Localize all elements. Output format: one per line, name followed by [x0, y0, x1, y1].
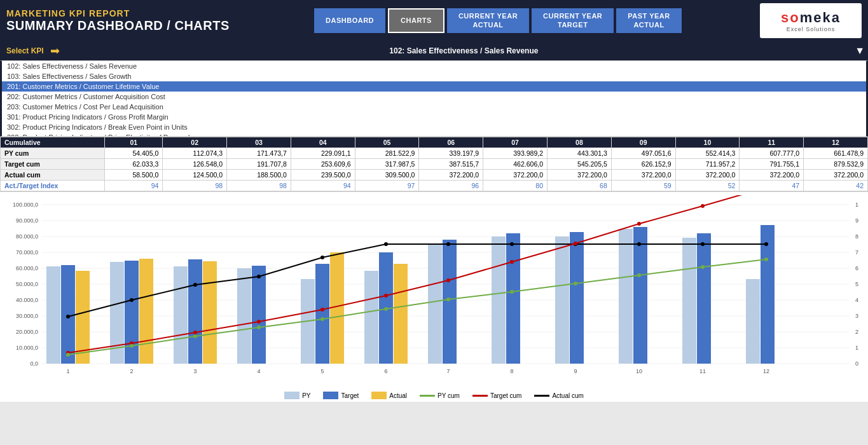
svg-rect-50 — [428, 244, 442, 364]
kpi-dropdown-button[interactable]: ▼ — [855, 45, 865, 57]
col-header-09: 09 — [611, 137, 675, 148]
kpi-list-item[interactable]: 103: Sales Effectiveness / Sales Growth — [2, 71, 866, 81]
svg-rect-55 — [570, 232, 584, 364]
svg-text:90.000,0: 90.000,0 — [16, 217, 38, 224]
table-row-act-target-index: Act./Target Index 949898 949796 806859 5… — [1, 181, 868, 191]
svg-rect-60 — [746, 279, 760, 364]
svg-text:0,0: 0,0 — [855, 360, 858, 367]
col-header-cumulative: Cumulative — [1, 137, 105, 148]
svg-point-106 — [637, 273, 641, 277]
legend-target-cum-line — [472, 395, 488, 397]
header-title: MARKETING KPI REPORT SUMMARY DASHBOARD /… — [6, 8, 230, 33]
svg-rect-61 — [761, 225, 775, 364]
chart-legend: PY Target Actual PY cum Target cum Actua… — [0, 389, 868, 402]
col-header-05: 05 — [355, 137, 419, 148]
svg-point-93 — [510, 260, 514, 264]
kpi-list: 102: Sales Effectiveness / Sales Revenue… — [0, 60, 868, 137]
svg-point-98 — [130, 344, 134, 348]
cy-target-button[interactable]: CURRENT YEARTARGET — [532, 8, 614, 32]
kpi-selector-bar: Select KPI ➡ 102: Sales Effectiveness / … — [0, 41, 868, 60]
svg-text:600.000,0: 600.000,0 — [855, 265, 858, 271]
svg-point-77 — [257, 275, 261, 278]
svg-text:5: 5 — [320, 368, 324, 374]
kpi-list-item[interactable]: 102: Sales Effectiveness / Sales Revenue — [2, 61, 866, 71]
dashboard-button[interactable]: DASHBOARD — [314, 8, 385, 32]
py-actual-button[interactable]: PAST YEARACTUAL — [616, 8, 681, 32]
svg-text:400.000,0: 400.000,0 — [855, 297, 858, 303]
svg-rect-40 — [188, 259, 202, 364]
svg-point-80 — [446, 242, 450, 246]
cy-actual-button[interactable]: CURRENT YEARACTUAL — [447, 8, 529, 32]
svg-text:6: 6 — [384, 368, 387, 374]
legend-actual-cum: Actual cum — [534, 392, 583, 399]
svg-text:9: 9 — [574, 368, 577, 374]
svg-point-100 — [257, 325, 261, 329]
kpi-list-item[interactable]: 301: Product Pricing Indicators / Gross … — [2, 112, 866, 122]
svg-rect-57 — [633, 227, 647, 364]
svg-rect-45 — [315, 264, 329, 364]
svg-rect-49 — [394, 264, 408, 364]
svg-point-105 — [574, 282, 577, 285]
kpi-list-item-selected[interactable]: 201: Customer Metrics / Customer Lifetim… — [2, 81, 866, 92]
svg-point-89 — [257, 320, 261, 324]
kpi-selected-value: 102: Sales Effectiveness / Sales Revenue — [66, 46, 862, 55]
svg-point-83 — [637, 242, 641, 246]
svg-rect-47 — [364, 271, 378, 364]
legend-actual-cum-line — [534, 395, 549, 397]
svg-text:60.000,0: 60.000,0 — [16, 265, 38, 271]
svg-text:800.000,0: 800.000,0 — [855, 233, 858, 240]
charts-button[interactable]: CHARTS — [388, 8, 444, 32]
legend-target-cum: Target cum — [472, 392, 521, 399]
svg-text:7: 7 — [446, 368, 450, 374]
col-header-02: 02 — [163, 137, 227, 148]
logo-tagline: Excel Solutions — [787, 26, 836, 32]
svg-point-76 — [193, 283, 197, 287]
table-row-py-cum: PY cum 54.405,0112.074,3171.473,7 229.09… — [1, 148, 868, 159]
svg-rect-54 — [555, 236, 569, 364]
col-header-08: 08 — [548, 137, 612, 148]
legend-py-cum-label: PY cum — [437, 392, 460, 399]
svg-point-85 — [764, 242, 768, 246]
col-header-11: 11 — [740, 137, 804, 148]
svg-point-99 — [193, 334, 197, 338]
svg-point-79 — [384, 242, 388, 246]
row-label: Target cum — [1, 159, 105, 170]
legend-actual: Actual — [371, 392, 407, 399]
svg-text:700.000,0: 700.000,0 — [855, 249, 858, 256]
col-header-07: 07 — [483, 137, 548, 148]
kpi-list-item[interactable]: 302: Product Pricing Indicators / Break … — [2, 122, 866, 132]
kpi-list-item[interactable]: 203: Customer Metrics / Cost Per Lead Ac… — [2, 102, 866, 112]
kpi-list-item[interactable]: 303: Product Pricing Indicators / Price … — [2, 132, 866, 137]
svg-point-74 — [66, 315, 70, 318]
svg-point-94 — [574, 242, 577, 245]
svg-rect-53 — [506, 233, 520, 364]
svg-rect-37 — [125, 261, 139, 364]
svg-text:10.000,0: 10.000,0 — [16, 345, 38, 351]
main-chart: 100.000,0 90.000,0 80.000,0 70.000,0 60.… — [3, 195, 858, 386]
kpi-label: Select KPI — [6, 46, 44, 55]
legend-target-label: Target — [341, 392, 359, 399]
svg-text:11: 11 — [699, 368, 706, 374]
svg-point-91 — [384, 294, 388, 298]
svg-text:500.000,0: 500.000,0 — [855, 281, 858, 287]
svg-rect-52 — [492, 236, 506, 364]
page-subtitle: SUMMARY DASHBOARD / CHARTS — [6, 18, 230, 33]
svg-rect-33 — [46, 266, 60, 364]
legend-target-swatch — [323, 392, 338, 399]
kpi-list-item[interactable]: 202: Customer Metrics / Customer Acquisi… — [2, 92, 866, 102]
svg-text:4: 4 — [257, 368, 260, 374]
legend-py-cum: PY cum — [420, 392, 460, 399]
svg-text:1.000.000,0: 1.000.000,0 — [855, 202, 858, 208]
row-label: Actual cum — [1, 170, 105, 181]
svg-point-81 — [510, 242, 514, 246]
svg-point-84 — [701, 242, 705, 246]
data-table-wrapper: Cumulative 01 02 03 04 05 06 07 08 09 10… — [0, 137, 868, 192]
svg-point-107 — [701, 265, 705, 269]
svg-text:300.000,0: 300.000,0 — [855, 313, 858, 319]
svg-text:12: 12 — [763, 368, 769, 374]
table-row-target-cum: Target cum 62.033,3126.548,0191.707,8 25… — [1, 159, 868, 170]
svg-text:10: 10 — [636, 368, 642, 374]
col-header-01: 01 — [105, 137, 163, 148]
legend-actual-cum-label: Actual cum — [552, 392, 583, 399]
cumulative-table: Cumulative 01 02 03 04 05 06 07 08 09 10… — [0, 137, 868, 191]
